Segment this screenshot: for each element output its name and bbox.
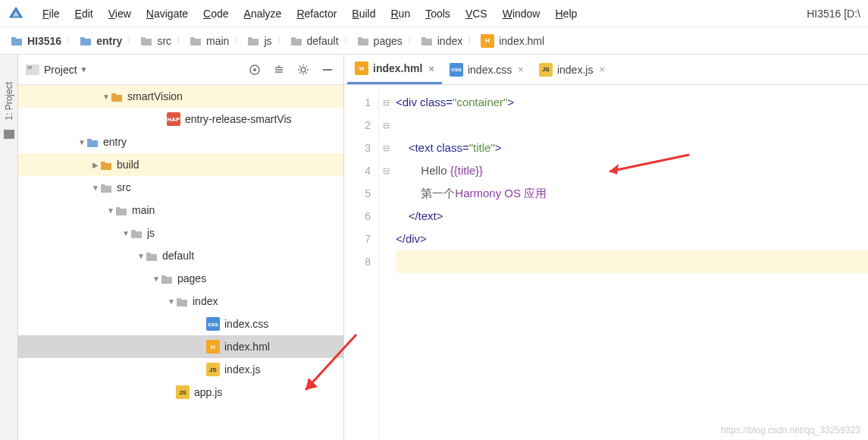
code-line[interactable]: Hello {{title}} [396, 159, 868, 182]
code-line[interactable]: </div> [396, 228, 868, 250]
editor-tab[interactable]: JSindex.js× [531, 55, 613, 84]
breadcrumb-separator: 〉 [407, 34, 416, 47]
line-number: 2 [344, 114, 371, 137]
menu-file[interactable]: File [35, 8, 67, 20]
code-line[interactable] [396, 250, 868, 273]
breadcrumb-item[interactable]: index [421, 35, 462, 47]
breadcrumb-item[interactable]: js [247, 35, 271, 47]
line-number: 6 [344, 205, 371, 228]
breadcrumb-item[interactable]: default [290, 35, 339, 47]
tree-label: build [117, 159, 139, 171]
menu-vcs[interactable]: VCS [458, 8, 495, 20]
tree-label: pages [177, 272, 206, 284]
menu-help[interactable]: Help [547, 8, 584, 20]
tree-label: index.js [224, 363, 260, 376]
tree-label: js [147, 227, 155, 239]
line-number-gutter: 12345678 [344, 85, 379, 440]
tree-arrow-icon[interactable]: ▼ [91, 184, 100, 192]
code-line[interactable]: <text class="title"> [396, 137, 868, 159]
breadcrumb-separator: 〉 [343, 34, 353, 47]
tree-row[interactable]: Hindex.hml [18, 335, 343, 358]
minimize-icon[interactable] [319, 61, 336, 78]
tree-arrow-icon[interactable]: ▼ [167, 297, 176, 306]
tree-row[interactable]: ▼main [18, 199, 343, 222]
tree-row[interactable]: ▼default [18, 244, 343, 267]
editor-panel: Hindex.hml×cssindex.css×JSindex.js× 1234… [344, 55, 868, 440]
menu-edit[interactable]: Edit [67, 8, 101, 20]
code-line[interactable]: <div class="container"> [396, 91, 868, 114]
tree-row[interactable]: ▶build [18, 153, 343, 176]
project-view-dropdown-icon[interactable]: ▼ [80, 65, 88, 74]
breadcrumb-item[interactable]: pages [357, 35, 403, 47]
tree-row[interactable]: ▼src [18, 176, 343, 199]
fold-handle-icon[interactable]: ⊟ [379, 159, 393, 182]
project-tree[interactable]: ▼smartVisionHAPentry-release-smartVis▼en… [18, 85, 343, 440]
menu-build[interactable]: Build [344, 8, 383, 20]
close-icon[interactable]: × [599, 64, 605, 75]
watermark-text: https://blog.csdn.net/qq_33259323 [721, 425, 860, 435]
project-panel-title[interactable]: Project [44, 64, 77, 76]
fold-handle-icon[interactable]: ⊟ [379, 91, 393, 114]
tree-row[interactable]: JSapp.js [18, 381, 343, 404]
tree-row[interactable]: ▼entry [18, 130, 343, 153]
tree-arrow-icon[interactable]: ▼ [102, 93, 111, 101]
fold-handle-icon[interactable]: ⊟ [379, 114, 393, 137]
tree-arrow-icon[interactable]: ▼ [106, 206, 115, 215]
breadcrumb-item[interactable]: src [140, 35, 171, 47]
tree-arrow-icon[interactable]: ▶ [91, 161, 100, 169]
editor-tabs: Hindex.hml×cssindex.css×JSindex.js× [344, 55, 868, 85]
editor-body[interactable]: 12345678 ⊟⊟⊟⊟ <div class="container"> <t… [344, 85, 868, 440]
menu-window[interactable]: Window [495, 8, 548, 20]
breadcrumb-item[interactable]: HI3516 [11, 35, 61, 47]
editor-tab-label: index.hml [373, 62, 422, 74]
tree-label: index.css [224, 318, 268, 330]
fold-gutter[interactable]: ⊟⊟⊟⊟ [379, 85, 393, 440]
breadcrumb-item[interactable]: Hindex.hml [481, 34, 544, 48]
svg-point-4 [301, 68, 306, 72]
breadcrumb-item[interactable]: entry [80, 35, 122, 47]
code-area[interactable]: <div class="container"> <text class="tit… [393, 85, 868, 440]
tree-arrow-icon[interactable]: ▼ [77, 138, 86, 146]
tree-row[interactable]: ▼js [18, 222, 343, 244]
tree-row[interactable]: cssindex.css [18, 313, 343, 335]
menu-view[interactable]: View [101, 8, 139, 20]
window-project-label: HI3516 [D:\ [807, 8, 860, 20]
gear-icon[interactable] [295, 61, 312, 78]
breadcrumb-separator: 〉 [127, 34, 136, 47]
menu-tools[interactable]: Tools [418, 8, 458, 20]
tree-row[interactable]: ▼index [18, 290, 343, 313]
fold-handle-icon[interactable]: ⊟ [379, 137, 393, 159]
tree-row[interactable]: ▼smartVision [18, 85, 343, 108]
tree-row[interactable]: HAPentry-release-smartVis [18, 108, 343, 130]
tree-arrow-icon[interactable]: ▼ [121, 229, 130, 237]
menu-navigate[interactable]: Navigate [139, 8, 196, 20]
editor-tab[interactable]: Hindex.hml× [347, 55, 442, 84]
menu-code[interactable]: Code [196, 8, 236, 20]
tree-label: smartVision [127, 90, 183, 102]
menu-analyze[interactable]: Analyze [237, 8, 290, 20]
menu-bar: FileEditViewNavigateCodeAnalyzeRefactorB… [0, 0, 868, 27]
tree-row[interactable]: ▼pages [18, 267, 343, 290]
breadcrumb-separator: 〉 [467, 34, 476, 47]
tree-label: default [162, 250, 194, 262]
code-line[interactable]: 第一个Harmony OS 应用 [396, 182, 868, 205]
menu-refactor[interactable]: Refactor [289, 8, 344, 20]
tree-row[interactable]: JSindex.js [18, 358, 343, 381]
collapse-all-icon[interactable] [271, 61, 287, 78]
close-icon[interactable]: × [518, 64, 524, 75]
tree-arrow-icon[interactable]: ▼ [152, 275, 161, 283]
project-toolwindow-tab[interactable]: 1: Project [4, 77, 14, 125]
menu-run[interactable]: Run [383, 8, 418, 20]
close-icon[interactable]: × [428, 63, 434, 74]
line-number: 3 [344, 137, 371, 159]
breadcrumb-bar: HI3516〉entry〉src〉main〉js〉default〉pages〉i… [0, 27, 868, 55]
project-panel: Project ▼ ▼smartVisionHAPentry-release-s… [18, 55, 344, 440]
code-line[interactable]: </text> [396, 205, 868, 228]
tree-label: index.hml [224, 341, 270, 353]
target-icon[interactable] [246, 61, 263, 78]
tree-arrow-icon[interactable]: ▼ [136, 252, 146, 260]
breadcrumb-item[interactable]: main [190, 35, 229, 47]
code-line[interactable] [396, 114, 868, 137]
editor-tab[interactable]: cssindex.css× [442, 55, 531, 84]
breadcrumb-separator: 〉 [233, 34, 243, 47]
